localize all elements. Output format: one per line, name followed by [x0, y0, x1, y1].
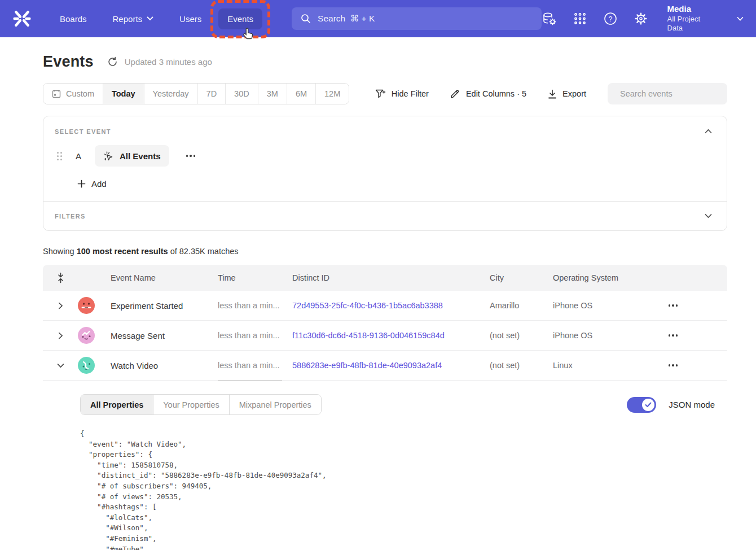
distinct-id-link[interactable]: 72d49553-25fc-4f0c-b436-1b5ac6ab3388: [292, 301, 490, 310]
check-icon: [645, 402, 652, 408]
search-events-input[interactable]: [620, 89, 726, 98]
event-city: Amarillo: [490, 301, 553, 310]
gear-icon: [634, 11, 648, 26]
date-option-7d[interactable]: 7D: [198, 84, 226, 104]
event-name: Experiment Started: [111, 301, 218, 311]
tab-your-properties[interactable]: Your Properties: [153, 395, 229, 414]
col-city: City: [490, 273, 553, 282]
expand-row-button[interactable]: [43, 332, 78, 339]
data-management-button[interactable]: [542, 11, 557, 27]
chevron-right-icon: [58, 332, 63, 339]
collapse-all-button[interactable]: [43, 272, 78, 283]
svg-text:?: ?: [608, 15, 612, 23]
date-option-30d[interactable]: 30D: [226, 84, 258, 104]
table-row-expanded[interactable]: Watch Video less than a min... 5886283e-…: [43, 351, 727, 381]
json-mode-label: JSON mode: [669, 400, 715, 409]
apps-grid-icon: [573, 12, 587, 25]
nav-item-users[interactable]: Users: [170, 8, 210, 29]
global-search-input[interactable]: [318, 14, 533, 24]
plus-icon: [77, 180, 86, 188]
select-event-label: SELECT EVENT: [55, 128, 111, 135]
date-option-custom[interactable]: Custom: [43, 84, 103, 104]
calendar-icon: [52, 89, 61, 98]
date-option-3m[interactable]: 3M: [258, 84, 287, 104]
search-events-box[interactable]: [608, 83, 727, 104]
collapse-row-button[interactable]: [43, 363, 78, 368]
nav-item-reports[interactable]: Reports: [104, 8, 163, 29]
database-gear-icon: [542, 11, 557, 27]
date-option-yesterday[interactable]: Yesterday: [144, 84, 198, 104]
nav-item-events-wrap: Events: [218, 8, 262, 29]
settings-button[interactable]: [634, 11, 648, 27]
table-row[interactable]: Message Sent less than a min... f11c30d6…: [43, 321, 727, 351]
edit-columns-button[interactable]: Edit Columns · 5: [450, 89, 526, 99]
table-header: Event Name Time Distinct ID City Operati…: [43, 265, 727, 291]
chevron-down-icon: [147, 16, 153, 21]
top-nav: Boards Reports Users Events: [0, 0, 756, 37]
tab-all-properties[interactable]: All Properties: [81, 395, 153, 414]
project-scope: All Project Data: [667, 15, 714, 33]
last-updated-text: Updated 3 minutes ago: [125, 57, 212, 67]
event-name: Message Sent: [111, 331, 218, 341]
col-distinct-id: Distinct ID: [292, 273, 490, 282]
event-more-button[interactable]: [183, 151, 199, 160]
refresh-icon: [107, 56, 118, 67]
table-row[interactable]: Experiment Started less than a min... 72…: [43, 291, 727, 321]
distinct-id-link[interactable]: 5886283e-e9fb-48fb-81de-40e9093a2af4: [292, 361, 490, 370]
filters-label: FILTERS: [55, 213, 86, 220]
properties-tabs: All Properties Your Properties Mixpanel …: [80, 394, 322, 415]
event-name: Watch Video: [111, 361, 218, 370]
collapse-select-event-button[interactable]: [701, 125, 715, 137]
pencil-icon: [450, 89, 460, 99]
event-city: (not set): [490, 331, 553, 340]
refresh-button[interactable]: [107, 56, 118, 67]
search-icon: [301, 14, 311, 24]
project-name: Media: [667, 4, 714, 15]
add-event-button[interactable]: Add: [77, 179, 107, 189]
chevron-up-icon: [705, 129, 712, 134]
nav-item-boards[interactable]: Boards: [51, 8, 96, 29]
query-builder-card: SELECT EVENT A All Events: [43, 116, 727, 231]
results-summary: Showing 100 most recent results of 82.35…: [43, 247, 727, 256]
date-option-today[interactable]: Today: [103, 84, 144, 104]
event-os: iPhone OS: [553, 331, 638, 340]
col-operating-system: Operating System: [553, 273, 638, 282]
date-option-12m[interactable]: 12M: [316, 84, 349, 104]
project-selector[interactable]: Media All Project Data: [667, 4, 714, 33]
event-json-view: { "event": "Watch Video", "properties": …: [80, 429, 715, 550]
row-more-button[interactable]: [665, 361, 682, 370]
chevron-down-icon: [57, 363, 64, 368]
events-table: Event Name Time Distinct ID City Operati…: [43, 265, 727, 550]
event-detail-panel: All Properties Your Properties Mixpanel …: [43, 381, 727, 550]
chevron-down-icon[interactable]: [737, 16, 744, 21]
global-search[interactable]: [292, 7, 542, 30]
expand-row-button[interactable]: [43, 302, 78, 309]
row-more-button[interactable]: [665, 331, 682, 340]
json-mode-toggle[interactable]: [627, 397, 656, 413]
event-selector-button[interactable]: All Events: [95, 145, 169, 167]
event-row-letter: A: [76, 151, 81, 161]
help-button[interactable]: ?: [603, 11, 618, 27]
event-avatar: [78, 327, 95, 344]
collapse-rows-icon: [56, 272, 65, 283]
row-more-button[interactable]: [665, 301, 682, 310]
hide-filter-button[interactable]: Hide Filter: [375, 89, 429, 99]
page-title: Events: [43, 53, 94, 71]
nav-item-events[interactable]: Events: [218, 8, 262, 29]
distinct-id-link[interactable]: f11c30d6-dc6d-4518-9136-0d046159c84d: [292, 331, 490, 340]
tab-mixpanel-properties[interactable]: Mixpanel Properties: [230, 395, 321, 414]
export-button[interactable]: Export: [548, 89, 586, 99]
mixpanel-logo[interactable]: [12, 9, 32, 28]
event-city: (not set): [490, 361, 553, 370]
chevron-down-icon: [705, 213, 712, 219]
col-event-name: Event Name: [111, 273, 218, 282]
apps-grid-button[interactable]: [573, 11, 587, 27]
event-os: iPhone OS: [553, 301, 638, 310]
drag-handle[interactable]: [57, 152, 62, 160]
event-avatar: [78, 357, 95, 374]
events-page: Events Updated 3 minutes ago Custom: [0, 37, 756, 550]
event-time: less than a min...: [218, 351, 292, 380]
date-option-6m[interactable]: 6M: [287, 84, 316, 104]
expand-filters-button[interactable]: [701, 210, 715, 222]
toggle-knob: [642, 399, 654, 411]
